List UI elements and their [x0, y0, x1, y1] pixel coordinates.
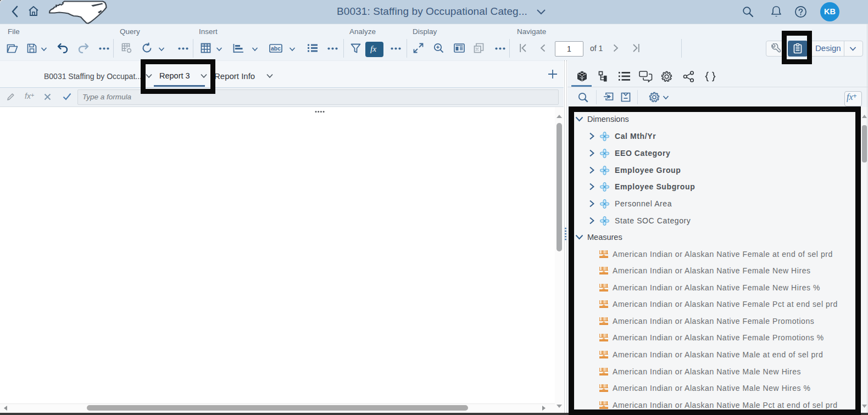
svg-text:abc: abc — [271, 45, 281, 52]
